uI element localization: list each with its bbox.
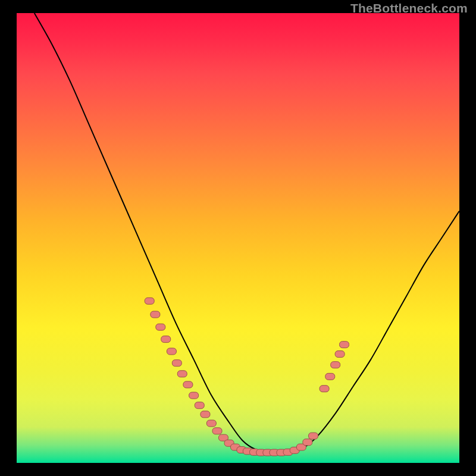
highlight-marker [303,439,312,446]
highlight-marker [183,381,193,388]
curve-right [291,211,459,452]
highlight-marker [212,428,222,434]
curve-left [35,13,269,452]
highlight-marker [145,298,154,304]
highlight-marker [340,342,349,348]
highlight-marker [177,371,187,377]
highlight-marker [201,411,210,418]
highlight-marker [156,324,165,330]
highlight-marker [206,420,216,427]
highlight-marker [189,392,199,399]
highlight-marker [161,336,171,343]
bottleneck-chart [17,13,459,463]
highlight-marker [172,360,181,367]
highlight-marker [151,311,160,318]
highlight-marker [308,433,318,439]
highlight-marker [195,402,204,409]
highlight-marker [320,386,329,392]
highlight-marker [331,362,340,368]
highlight-marker [167,348,176,355]
highlight-marker [325,373,335,380]
highlight-marker [335,351,345,358]
